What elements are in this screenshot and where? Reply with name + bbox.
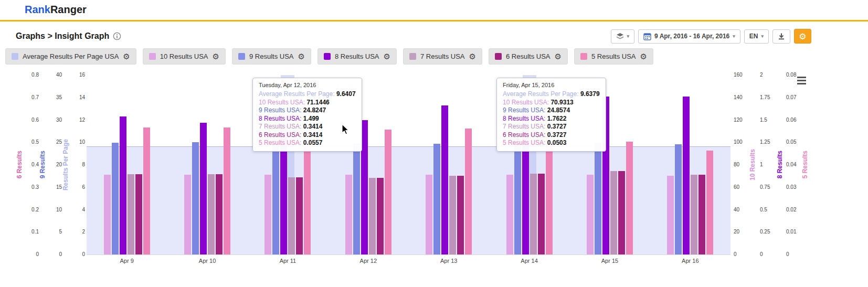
axis-tick: 0.5 (23, 139, 39, 145)
axis-tick: 6 (69, 184, 85, 190)
bar-7-results-usa[interactable] (288, 177, 295, 254)
x-axis-label: Apr 15 (589, 258, 631, 264)
axis-title-label: 6 Results (16, 151, 23, 178)
axis-title-9-results: 9 Results (38, 75, 47, 254)
bar-6-results-usa[interactable] (377, 178, 384, 254)
average-results-area[interactable] (87, 146, 731, 254)
bar-7-results-usa[interactable] (369, 178, 376, 254)
x-axis-label: Apr 12 (347, 258, 389, 264)
bar-7-results-usa[interactable] (208, 174, 215, 254)
tooltip-row-5-results-usa: 5 Results USA: 0.0557 (259, 139, 356, 147)
bar-8-results-usa[interactable] (361, 120, 368, 254)
axis-tick: 25 (46, 139, 62, 145)
tooltip-title: Tuesday, Apr 12, 2016 (259, 82, 356, 88)
bar-9-results-usa[interactable] (514, 143, 521, 254)
x-axis-label: Apr 9 (106, 258, 148, 264)
tooltip-row-7-results-usa: 7 Results USA: 0.3727 (503, 123, 600, 131)
bar-5-results-usa[interactable] (626, 142, 633, 254)
tooltip-row-average-results-per-page: Average Results Per Page: 9.6407 (259, 90, 356, 99)
mouse-cursor (341, 124, 351, 135)
bar-7-results-usa[interactable] (530, 174, 537, 254)
axis-tick: 0.3 (23, 184, 39, 190)
chart-menu-icon[interactable] (797, 77, 806, 86)
bar-9-results-usa[interactable] (272, 143, 279, 254)
bar-7-results-usa[interactable] (128, 174, 134, 254)
tooltip-row-average-results-per-page: Average Results Per Page: 9.6379 (503, 90, 600, 99)
tooltip-row-8-results-usa: 8 Results USA: 1.499 (259, 115, 356, 123)
bar-10-results-usa[interactable] (345, 175, 352, 254)
axis-title-label: 9 Results (39, 151, 46, 178)
chart-canvas: 0.80.70.60.50.40.30.20.106 Results403530… (0, 0, 868, 287)
bar-5-results-usa[interactable] (143, 127, 150, 254)
tooltip-row-9-results-usa: 9 Results USA: 24.8574 (503, 107, 600, 115)
bar-7-results-usa[interactable] (610, 171, 617, 254)
bar-10-results-usa[interactable] (426, 175, 432, 254)
bar-9-results-usa[interactable] (353, 143, 360, 254)
bar-10-results-usa[interactable] (587, 175, 594, 254)
axis-tick: 10 (46, 207, 62, 212)
axis-tick: 4 (69, 207, 85, 212)
axis-tick: 0 (46, 251, 62, 257)
axis-title-label: 5 Results (801, 151, 809, 178)
x-axis-label: Apr 11 (267, 258, 309, 264)
axis-tick: 40 (46, 72, 62, 78)
bar-10-results-usa[interactable] (667, 176, 674, 254)
bar-7-results-usa[interactable] (691, 175, 697, 254)
bar-9-results-usa[interactable] (595, 143, 601, 254)
bar-10-results-usa[interactable] (184, 175, 191, 254)
bar-10-results-usa[interactable] (264, 175, 271, 254)
bar-6-results-usa[interactable] (296, 177, 303, 254)
axis-tick: 15 (46, 184, 62, 190)
axis-tick: 0.6 (23, 117, 39, 123)
chart-tooltip: Tuesday, Apr 12, 2016Average Results Per… (252, 78, 362, 152)
axis-tick: 12 (69, 117, 85, 123)
bar-6-results-usa[interactable] (457, 176, 464, 254)
bar-6-results-usa[interactable] (538, 174, 545, 254)
axis-title-10-results: 10 Results (748, 75, 757, 254)
tooltip-row-5-results-usa: 5 Results USA: 0.0503 (503, 139, 600, 147)
tooltip-row-10-results-usa: 10 Results USA: 70.9313 (503, 99, 600, 107)
bar-8-results-usa[interactable] (200, 123, 207, 254)
bar-6-results-usa[interactable] (698, 175, 705, 254)
axis-tick: 14 (69, 94, 85, 100)
axis-tick: 0 (69, 251, 85, 257)
bar-6-results-usa[interactable] (216, 174, 223, 254)
tooltip-row-6-results-usa: 6 Results USA: 0.3727 (503, 131, 600, 140)
chart-tooltip: Friday, Apr 15, 2016Average Results Per … (496, 78, 606, 152)
bar-5-results-usa[interactable] (465, 129, 472, 254)
axis-tick: 0 (23, 251, 39, 257)
axis-tick: 20 (46, 162, 62, 167)
bar-5-results-usa[interactable] (385, 130, 391, 254)
bar-7-results-usa[interactable] (449, 176, 456, 254)
axis-tick: 0.1 (23, 229, 39, 235)
tooltip-row-8-results-usa: 8 Results USA: 1.7622 (503, 115, 600, 123)
axis-title-label: 8 Results (776, 151, 784, 178)
axis-title-6-results: 6 Results (15, 75, 24, 254)
axis-tick: 30 (46, 117, 62, 123)
axis-tick: 0.2 (23, 207, 39, 212)
bar-6-results-usa[interactable] (618, 171, 625, 254)
bar-9-results-usa[interactable] (112, 143, 119, 254)
x-axis-label: Apr 14 (509, 258, 551, 264)
axis-title-label: Results Per Page (62, 139, 69, 190)
axis-tick: 0.7 (23, 94, 39, 100)
axis-tick: 10 (69, 139, 85, 145)
bar-8-results-usa[interactable] (441, 105, 448, 254)
bar-6-results-usa[interactable] (135, 174, 142, 254)
bar-5-results-usa[interactable] (224, 127, 230, 254)
tooltip-row-10-results-usa: 10 Results USA: 71.1446 (259, 99, 356, 107)
bar-9-results-usa[interactable] (192, 142, 199, 254)
bar-8-results-usa[interactable] (683, 97, 690, 254)
axis-tick: 16 (69, 72, 85, 78)
bar-9-results-usa[interactable] (433, 144, 440, 254)
bar-8-results-usa[interactable] (120, 116, 126, 254)
axis-tick: 2 (69, 229, 85, 235)
bar-9-results-usa[interactable] (675, 144, 682, 254)
bar-10-results-usa[interactable] (104, 175, 111, 254)
axis-title-5-results: 5 Results (801, 75, 809, 254)
bar-5-results-usa[interactable] (706, 151, 713, 254)
axis-tick: 0.4 (23, 162, 39, 167)
bar-10-results-usa[interactable] (506, 175, 513, 254)
axis-title-label: 10 Results (749, 149, 756, 180)
tooltip-row-9-results-usa: 9 Results USA: 24.8247 (259, 107, 356, 115)
